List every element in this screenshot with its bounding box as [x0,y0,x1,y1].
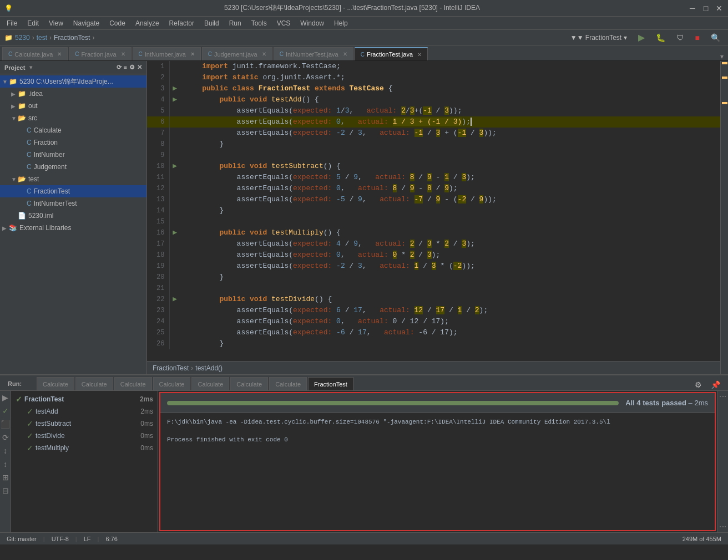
bottom-tab-calculate-6[interactable]: Calculate [230,377,268,390]
tree-item-calculate[interactable]: ▶ C Calculate [0,124,146,136]
code-content[interactable]: public class FractionTest extends TestCa… [180,83,720,94]
code-content[interactable]: assertEquals(expected: 1/3, actual: 2/3+… [180,105,720,116]
sidebar-collapse-btn[interactable]: ≡ [124,64,127,71]
tree-item-test[interactable]: ▼ 📂 test [0,173,146,185]
menu-navigate[interactable]: Navigate [69,18,104,28]
tree-item-fraction[interactable]: ▶ C Fraction [0,136,146,149]
maximize-button[interactable]: □ [701,4,710,13]
nav-test-folder[interactable]: test [37,34,47,42]
tab-close-icon[interactable]: ✕ [417,52,422,58]
code-content[interactable] [180,150,720,161]
rerun-passed-icon[interactable]: ✓ [2,406,9,415]
coverage-button[interactable]: 🛡 [673,32,687,43]
bottom-tab-calculate-5[interactable]: Calculate [191,377,229,390]
status-line-sep[interactable]: LF [82,536,93,542]
run-gutter-icon[interactable]: ▶ [173,84,177,93]
minimize-button[interactable]: ─ [688,4,697,13]
code-content[interactable] [180,216,720,227]
code-content[interactable]: assertEquals(expected: 0, actual: 0 * 2 … [180,250,720,261]
code-content[interactable]: assertEquals(expected: -5 / 9, actual: -… [180,194,720,205]
code-content[interactable]: public void testMultiply() { [180,227,720,238]
tree-item-external-libraries[interactable]: ▶ 📚 External Libraries [0,222,146,234]
tab-close-icon[interactable]: ✕ [343,51,347,57]
run-result-testadd[interactable]: ✓ testAdd 2ms [13,405,155,418]
code-content[interactable]: assertEquals(expected: -2 / 3, actual: 1… [180,261,720,272]
code-editor[interactable]: 1 import junit.framework.TestCase; 2 imp… [147,61,720,374]
run-gutter-icon[interactable]: ▶ [173,95,177,104]
tab-calculate-java[interactable]: C Calculate.java ✕ [2,47,68,60]
sort-abc-icon[interactable]: ↕ [3,460,7,469]
code-content[interactable]: assertEquals(expected: -2 / 3, actual: -… [180,128,720,139]
expand-all-icon[interactable]: ⊞ [2,473,9,482]
menu-build[interactable]: Build [200,18,224,28]
sidebar-sync-btn[interactable]: ⟳ [117,64,122,71]
stop-button[interactable]: ■ [692,32,703,43]
bottom-tab-calculate-1[interactable]: Calculate [37,377,74,390]
tree-item-out[interactable]: ▶ 📁 out [0,100,146,112]
tab-judgement-java[interactable]: C Judgement.java ✕ [202,47,272,60]
code-area[interactable]: 1 import junit.framework.TestCase; 2 imp… [147,61,720,361]
menu-vcs[interactable]: VCS [272,18,295,28]
run-result-testdivide[interactable]: ✓ testDivide 0ms [13,430,155,442]
code-content[interactable]: assertEquals(expected: 6 / 17, actual: 1… [180,305,720,316]
search-everywhere[interactable]: 🔍 [707,32,724,43]
run-button[interactable]: ▶ [635,31,648,44]
code-content[interactable]: } [180,272,720,283]
code-content[interactable]: } [180,139,720,150]
tree-item-intnumbertest[interactable]: ▶ C IntNumberTest [0,197,146,210]
code-content[interactable]: assertEquals(expected: 0, actual: 8 / 9 … [180,183,720,194]
code-content[interactable]: assertEquals(expected: 5 / 9, actual: 8 … [180,172,720,183]
tree-item-idea[interactable]: ▶ 📁 .idea [0,88,146,100]
tab-close-icon[interactable]: ✕ [57,51,62,57]
code-content[interactable]: assertEquals(expected: -6 / 17, actual: … [180,327,720,338]
menu-file[interactable]: File [2,18,22,28]
tab-overflow-button[interactable]: ▾ [720,53,726,60]
code-content[interactable]: public void testSubtract() { [180,161,720,172]
tab-close-icon[interactable]: ✕ [121,51,125,57]
status-memory[interactable]: 249M of 455M [680,536,724,542]
menu-analyze[interactable]: Analyze [131,18,164,28]
menu-refactor[interactable]: Refactor [165,18,199,28]
tab-fraction-java[interactable]: C Fraction.java ✕ [69,47,131,60]
sort-icon[interactable]: ↕ [3,446,7,455]
tree-root[interactable]: ▼ 📁 5230 C:\Users\锦年\IdeaProje... [0,75,146,88]
code-content[interactable]: public void testDivide() { [180,294,720,305]
tab-close-icon[interactable]: ✕ [190,51,195,57]
nav-file[interactable]: FractionTest [54,34,90,42]
sidebar-settings-btn[interactable]: ⚙ [129,64,135,71]
sidebar-close-btn[interactable]: ✕ [137,64,142,71]
output-console-text[interactable]: F:\jdk\bin\java -ea -Didea.test.cyclic.b… [160,413,715,530]
bottom-pin-btn[interactable]: 📌 [707,379,724,390]
run-result-testmultiply[interactable]: ✓ testMultiply 0ms [13,442,155,454]
bottom-tab-calculate-7[interactable]: Calculate [269,377,307,390]
run-gutter-icon[interactable]: ▶ [173,228,177,237]
bottom-settings-btn[interactable]: ⚙ [691,379,705,390]
menu-window[interactable]: Window [296,18,328,28]
collapse-all-icon[interactable]: ⊟ [2,486,9,495]
right-icon-1[interactable]: ⋮ [719,393,727,400]
nav-project[interactable]: 5230 [15,34,30,42]
menu-help[interactable]: Help [330,18,352,28]
tab-close-icon[interactable]: ✕ [262,51,266,57]
tree-item-intnumber[interactable]: ▶ C IntNumber [0,149,146,161]
code-content[interactable] [180,283,720,294]
code-content[interactable]: assertEquals(expected: 4 / 9, actual: 2 … [180,238,720,250]
code-content[interactable]: import junit.framework.TestCase; [180,61,720,72]
run-gutter-icon[interactable]: ▶ [173,295,177,303]
stop-tests-icon[interactable]: ⬛ [1,420,10,429]
menu-code[interactable]: Code [105,18,130,28]
menu-view[interactable]: View [44,18,68,28]
code-content[interactable]: } [180,205,720,216]
menu-tools[interactable]: Tools [247,18,271,28]
breadcrumb-method[interactable]: testAdd() [195,364,223,372]
tree-item-fractiontest[interactable]: ▶ C FractionTest [0,185,146,197]
tab-intnumber-java[interactable]: C IntNumber.java ✕ [133,47,201,60]
rerun-icon[interactable]: ⟳ [2,433,9,442]
status-encoding[interactable]: UTF-8 [49,536,71,542]
tab-intnumbertest-java[interactable]: C IntNumberTest.java ✕ [274,47,353,60]
code-content[interactable]: assertEquals(expected: 0, actual: 0 / 12… [180,316,720,327]
tree-item-judgement[interactable]: ▶ C Judgement [0,161,146,173]
tab-fractiontest-java[interactable]: C FractionTest.java ✕ [355,47,428,60]
run-config-select[interactable]: ▼▼ FractionTest ▾ [567,33,630,43]
tree-item-iml[interactable]: ▶ 📄 5230.iml [0,210,146,222]
